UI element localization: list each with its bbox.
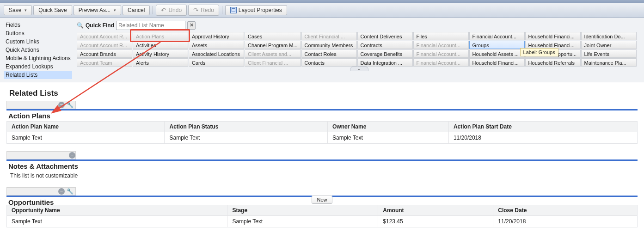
col-header: Action Plan Status [165,122,328,132]
col-header: Action Plan Start Date [448,122,637,132]
palette-cell[interactable]: Associated Locations [189,49,244,58]
col-header: Stage [227,205,378,216]
palette-cell[interactable]: Financial Account... [469,32,525,40]
palette-cell[interactable]: Groups [469,41,525,49]
quick-find-label: Quick Find [86,22,114,29]
palette-cell[interactable]: Financial Account... [413,41,469,49]
cancel-button[interactable]: Cancel [123,5,150,15]
palette-cell[interactable]: Content Deliveries [357,32,413,40]
palette-cell[interactable]: Cards [189,58,244,67]
table-row: Sample Text Sample Text $123.45 11/20/20… [7,216,638,227]
palette-cell[interactable]: Financial Account... [413,49,469,58]
palette-cell[interactable]: Household Referrals [525,58,581,67]
action-plans-table: Action Plan Name Action Plan Status Owne… [6,121,638,144]
opportunities-title: Opportunities [8,198,54,206]
palette-cell[interactable]: Contracts [357,41,413,49]
palette-cell[interactable]: Approval History [189,32,244,40]
palette-cell[interactable]: Account Brands [77,49,132,58]
opportunities-table: Opportunity Name Stage Amount Close Date… [6,205,638,227]
palette-cell[interactable]: Financial Account... [413,58,469,67]
palette-cell[interactable]: Action Plans [133,32,188,40]
col-header: Opportunity Name [7,205,227,216]
clear-search-button[interactable]: ✕ [187,21,196,30]
palette-cell[interactable]: Identification Do... [581,32,637,40]
col-header: Amount [378,205,493,216]
sidebar-item[interactable]: Buttons [4,29,72,37]
palette-cell[interactable]: Household Financi... [469,58,525,67]
palette-cell[interactable]: Activity History [133,49,188,58]
redo-button[interactable]: Redo [188,5,219,16]
layout-icon [230,7,237,13]
list-controls: − [6,151,76,159]
palette-cell[interactable]: Coverage Benefits [357,49,413,58]
palette-cell[interactable]: Channel Program M... [245,41,301,49]
collapse-handle[interactable] [350,67,368,71]
remove-icon[interactable]: − [58,188,65,195]
sidebar-item[interactable]: Mobile & Lightning Actions [4,54,72,62]
col-header: Close Date [493,205,638,216]
palette-cell[interactable]: Cases [245,32,301,40]
palette-cell[interactable]: Community Members [301,41,357,49]
sidebar-item[interactable]: Expanded Lookups [4,62,72,71]
palette-cell[interactable]: Files [413,32,469,40]
sidebar-item[interactable]: Custom Links [4,37,72,46]
palette-cell[interactable]: Data Integration ... [357,58,413,67]
col-header: Action Plan Name [7,122,165,132]
preview-as-button[interactable]: Preview As... [74,5,121,15]
remove-icon[interactable]: − [69,152,75,159]
palette-cell[interactable]: Assets [189,41,244,49]
palette-cell[interactable]: Contacts [301,58,357,67]
palette-cell[interactable]: Account Team [77,58,132,67]
list-controls: − 🔧 [6,101,76,109]
list-controls: − 🔧 [6,187,76,196]
sidebar-item[interactable]: Related Lists [4,71,72,79]
search-icon [77,22,84,29]
palette-cell[interactable]: Household Assets ... [469,49,525,58]
notes-title: Notes & Attachments [6,161,638,172]
remove-icon[interactable]: − [58,102,65,108]
palette-cell[interactable]: Household Financi... [525,32,581,40]
palette-cell[interactable]: Client Financial ... [301,32,357,40]
palette-cell[interactable]: Account Account R... [77,41,132,49]
palette-panel: Quick Find ✕ Account Account R...Account… [74,18,644,82]
sidebar-item[interactable]: Quick Actions [4,46,72,54]
related-lists-heading: Related Lists [6,87,638,101]
palette-cell[interactable]: Joint Owner [581,41,637,49]
palette-cell[interactable]: Maintenance Pla... [581,58,637,67]
palette-cell[interactable]: Alerts [133,58,188,67]
table-row: Sample Text Sample Text Sample Text 11/2… [7,132,638,144]
save-button[interactable]: Save [4,5,32,15]
redo-icon [193,6,199,14]
new-button[interactable]: New [312,196,332,204]
col-header: Owner Name [328,122,449,132]
quick-save-button[interactable]: Quick Save [33,5,72,15]
palette-cell[interactable]: Activities [133,41,188,49]
wrench-icon[interactable]: 🔧 [67,102,74,108]
notes-subtext: This list is not customizable [6,172,638,180]
layout-properties-button[interactable]: Layout Properties [225,5,287,15]
palette-cell[interactable]: Account Account R... [77,32,132,40]
palette-category-sidebar: FieldsButtonsCustom LinksQuick ActionsMo… [0,18,74,82]
palette-cell[interactable]: Contact Roles [301,49,357,58]
editor-toolbar: Save Quick Save Preview As... Cancel Und… [0,3,644,18]
palette-cell[interactable]: Life Events [581,49,637,58]
palette-cell[interactable]: Client Assets and... [245,49,301,58]
undo-icon [161,6,166,14]
wrench-icon[interactable]: 🔧 [67,188,74,195]
quick-find-input[interactable] [116,21,185,30]
tooltip: Label: Groups [520,48,558,56]
palette-cell[interactable]: Client Financial ... [245,58,301,67]
sidebar-item[interactable]: Fields [4,21,72,29]
action-plans-title: Action Plans [6,110,638,121]
undo-button[interactable]: Undo [156,5,187,16]
